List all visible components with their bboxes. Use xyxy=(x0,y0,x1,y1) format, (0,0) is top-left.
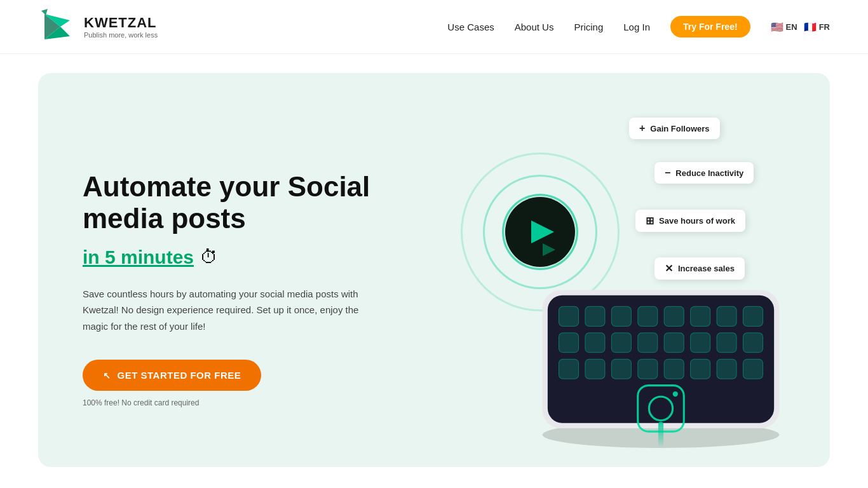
logo-area[interactable]: KWETZAL Publish more, work less xyxy=(38,8,158,46)
arrow-icon xyxy=(531,220,554,243)
language-selector: 🇺🇸 EN 🇫🇷 FR xyxy=(771,21,830,33)
svg-rect-18 xyxy=(638,333,658,353)
svg-rect-9 xyxy=(611,306,631,326)
svg-rect-21 xyxy=(717,333,736,353)
svg-rect-26 xyxy=(638,359,658,379)
feature-tag-2: ⊞ Save hours of work xyxy=(635,210,745,232)
nav-use-cases[interactable]: Use Cases xyxy=(447,22,494,32)
hero-description: Save countless hours by automating your … xyxy=(83,286,362,335)
logo-icon xyxy=(38,8,76,46)
feature-tag-label-1: Reduce Inactivity xyxy=(675,168,743,178)
feature-tag-1: − Reduce Inactivity xyxy=(654,162,754,184)
nav-login[interactable]: Log In xyxy=(623,22,650,32)
svg-rect-25 xyxy=(611,359,631,379)
lang-fr-label: FR xyxy=(819,22,830,32)
flag-fr: 🇫🇷 xyxy=(804,21,817,33)
cursor-icon: ↖ xyxy=(103,370,111,381)
svg-rect-30 xyxy=(743,359,763,379)
svg-rect-17 xyxy=(611,333,631,353)
grid-icon-2: ⊞ xyxy=(646,215,654,227)
center-circle xyxy=(505,197,575,267)
nav-try-free-button[interactable]: Try For Free! xyxy=(670,16,750,37)
svg-rect-23 xyxy=(559,359,578,379)
svg-rect-29 xyxy=(717,359,736,379)
nav-about-us[interactable]: About Us xyxy=(515,22,554,32)
svg-rect-22 xyxy=(743,333,763,353)
svg-rect-19 xyxy=(664,333,684,353)
logo-name: KWETZAL xyxy=(84,15,158,31)
svg-rect-34 xyxy=(658,422,663,448)
lang-en[interactable]: 🇺🇸 EN xyxy=(771,21,797,33)
svg-point-33 xyxy=(673,391,678,396)
main-nav: Use Cases About Us Pricing Log In Try Fo… xyxy=(447,16,830,37)
hero-left: Automate your Social media posts in 5 mi… xyxy=(83,171,413,408)
svg-rect-16 xyxy=(585,333,605,353)
svg-rect-10 xyxy=(638,306,658,326)
logo-text-area: KWETZAL Publish more, work less xyxy=(84,15,158,39)
svg-rect-12 xyxy=(691,306,710,326)
hero-illustration: + Gain Followers − Reduce Inactivity ⊞ S… xyxy=(413,111,794,467)
cta-button[interactable]: ↖ GET STARTED FOR FREE xyxy=(83,360,261,391)
cta-button-label: GET STARTED FOR FREE xyxy=(118,370,241,381)
arrow-small-icon xyxy=(543,243,555,256)
svg-rect-14 xyxy=(743,306,763,326)
feature-tag-label-0: Gain Followers xyxy=(650,124,709,133)
phone-svg xyxy=(527,264,794,448)
header: KWETZAL Publish more, work less Use Case… xyxy=(0,0,868,54)
svg-rect-27 xyxy=(664,359,684,379)
svg-rect-8 xyxy=(585,306,605,326)
feature-tag-0: + Gain Followers xyxy=(629,118,720,139)
cta-area: ↖ GET STARTED FOR FREE 100% free! No cre… xyxy=(83,360,413,407)
svg-rect-28 xyxy=(691,359,710,379)
flag-us: 🇺🇸 xyxy=(771,21,783,33)
stopwatch-icon: ⏱ xyxy=(200,247,218,268)
logo-tagline: Publish more, work less xyxy=(84,31,158,39)
phone-illustration xyxy=(527,264,769,467)
hero-subtitle-line: in 5 minutes ⏱ xyxy=(83,247,413,268)
svg-rect-24 xyxy=(585,359,605,379)
plus-icon-0: + xyxy=(639,123,645,134)
lang-en-label: EN xyxy=(786,22,797,32)
feature-tag-label-2: Save hours of work xyxy=(659,216,735,226)
lang-fr[interactable]: 🇫🇷 FR xyxy=(804,21,830,33)
svg-rect-11 xyxy=(664,306,684,326)
cta-free-note: 100% free! No credit card required xyxy=(83,398,413,407)
svg-point-32 xyxy=(649,396,672,420)
svg-rect-13 xyxy=(717,306,736,326)
hero-section: Automate your Social media posts in 5 mi… xyxy=(38,73,830,467)
svg-rect-20 xyxy=(691,333,710,353)
hero-subtitle-link[interactable]: in 5 minutes xyxy=(83,247,194,268)
hero-title: Automate your Social media posts xyxy=(83,171,413,235)
svg-rect-15 xyxy=(559,333,578,353)
minus-icon-1: − xyxy=(665,167,670,179)
svg-rect-7 xyxy=(559,306,578,326)
nav-pricing[interactable]: Pricing xyxy=(574,22,603,32)
